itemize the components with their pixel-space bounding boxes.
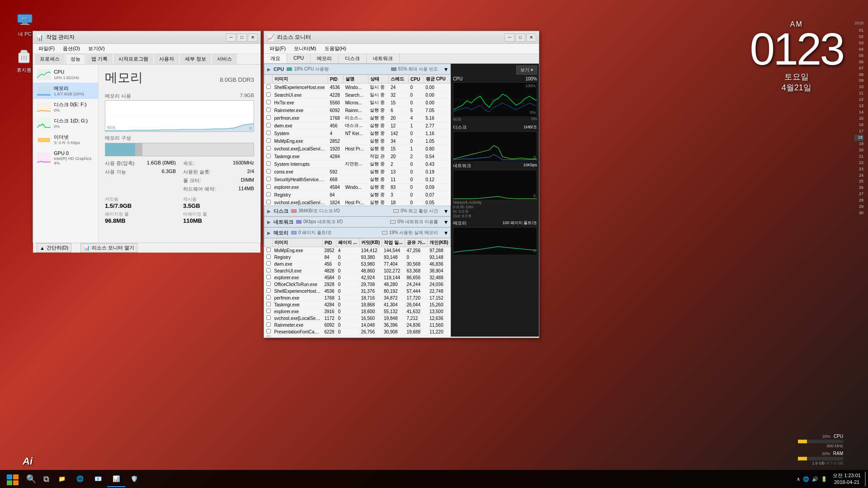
cpu-table-row[interactable]: Taskmgr.exe 4284 작업 관 20 2 0.54 xyxy=(264,153,451,160)
taskbar-taskmgr[interactable]: 📊 xyxy=(107,471,125,487)
tab-users[interactable]: 사용자 xyxy=(154,54,179,64)
network-section-header[interactable]: ▶ 네트워크 0Kbps 네트워크 I/O 0% 네트워크 이용률 ▾ xyxy=(264,216,451,227)
network-section-toggle[interactable]: ▾ xyxy=(444,218,448,225)
taskbar-explorer[interactable]: 📁 xyxy=(53,471,71,487)
maximize-btn[interactable]: □ xyxy=(237,33,247,42)
memory-section-toggle[interactable]: ▾ xyxy=(444,229,448,236)
rm-tab-cpu[interactable]: CPU xyxy=(287,54,311,63)
taskbar-browser[interactable]: 🌐 xyxy=(71,471,89,487)
mem-th-commit[interactable]: 커밋(KB) xyxy=(359,239,382,247)
mem-table-row[interactable]: perfmon.exe 1768 1 18,716 34,872 17,720 … xyxy=(264,295,451,301)
sidebar-item-ethernet[interactable]: 이더넷 S: 0 R: 0 Kbps xyxy=(33,131,98,148)
taskbar-shield[interactable]: 🛡️ xyxy=(125,471,143,487)
mem-table-row[interactable]: Rainmeter.exe 6092 0 14,048 36,396 24,83… xyxy=(264,322,451,328)
mem-row-check[interactable] xyxy=(264,281,273,288)
task-view-btn[interactable]: ⧉ xyxy=(40,470,53,488)
th-cpu[interactable]: CPU xyxy=(409,75,424,84)
row-check[interactable] xyxy=(264,114,273,122)
menu-view[interactable]: 보기(V) xyxy=(85,44,108,53)
th-desc[interactable]: 설명 xyxy=(343,75,368,84)
disk-section-header[interactable]: ▶ 디스크 384KB/조 디스크 I/O 0% 최고 활성 시간 ▾ xyxy=(264,206,451,216)
mem-table-row[interactable]: svchost.exe[LocalServiceNetwor... 1172 0… xyxy=(264,315,451,322)
disk-section-toggle[interactable]: ▾ xyxy=(444,207,448,215)
mem-th-pid[interactable]: PID xyxy=(322,239,336,247)
notif-arrow[interactable]: ∧ xyxy=(797,476,800,482)
th-image[interactable]: 이미지 xyxy=(273,75,328,84)
network-tray[interactable]: 🌐 xyxy=(803,476,809,482)
memory-section-header[interactable]: ▶ 메모리 0 페이지 폴트/조 19% 사용된 실제 메모리 ▾ xyxy=(264,227,451,238)
mem-table-row[interactable]: explorer.exe 4584 0 42,924 119,144 86,65… xyxy=(264,274,451,281)
sidebar-item-memory[interactable]: 메모리 1.6/7.9GB (20%) xyxy=(33,83,98,99)
mem-table-row[interactable]: Taskmgr.exe 4284 0 18,868 41,304 26,044 … xyxy=(264,301,451,308)
mem-row-check[interactable] xyxy=(264,247,273,254)
row-check[interactable] xyxy=(264,168,273,176)
rm-tab-memory[interactable]: 메모리 xyxy=(311,54,339,63)
tab-startup[interactable]: 시작프로그램 xyxy=(113,54,153,64)
row-check[interactable] xyxy=(264,137,273,145)
mem-row-check[interactable] xyxy=(264,335,273,337)
tab-apphistory[interactable]: 앱 기록 xyxy=(86,54,113,64)
mem-table-row[interactable]: Registry 84 0 93,380 93,148 0 93,148 xyxy=(264,254,451,261)
view-btn[interactable]: 보기 ▾ xyxy=(516,66,537,75)
rm-menu-monitor[interactable]: 모니터(M) xyxy=(290,44,320,53)
mem-row-check[interactable] xyxy=(264,295,273,301)
row-check[interactable] xyxy=(264,122,273,130)
task-manager-titlebar[interactable]: 📊 작업 관리자 ─ □ ✕ xyxy=(33,31,260,44)
cpu-section-header[interactable]: ▶ CPU 18% CPU 사용량 61% 최대 사용 빈도 ▾ xyxy=(264,64,451,75)
mem-th-private[interactable]: 개인(KB) xyxy=(428,239,451,247)
mem-row-check[interactable] xyxy=(264,254,273,261)
menu-options[interactable]: 옵션(O) xyxy=(59,44,84,53)
mem-table-row[interactable]: MsMpEng.exe 2852 4 134,412 144,544 47,25… xyxy=(264,247,451,254)
rm-minimize-btn[interactable]: ─ xyxy=(505,33,514,42)
mem-row-check[interactable] xyxy=(264,301,273,308)
search-btn[interactable]: 🔍 xyxy=(23,470,40,488)
cpu-table-row[interactable]: svchost.exe[LocalServiceNoN... 1824 Host… xyxy=(264,199,451,206)
cpu-table-row[interactable]: explorer.exe 4584 Windo... 실행 중 83 0 0.0… xyxy=(264,183,451,191)
mem-row-check[interactable] xyxy=(264,274,273,281)
mem-table-row[interactable]: SearchUI.exe 4828 0 48,860 102,272 63,36… xyxy=(264,267,451,274)
mem-row-check[interactable] xyxy=(264,308,273,315)
rm-tab-disk[interactable]: 디스크 xyxy=(339,54,367,63)
row-check[interactable] xyxy=(264,191,273,199)
row-check[interactable] xyxy=(264,130,273,137)
mem-table-row[interactable]: dwm.exe 456 0 53,980 77,404 30,568 46,83… xyxy=(264,261,451,267)
cpu-table-row[interactable]: System 4 NT Ker... 실행 중 142 0 1.16 xyxy=(264,130,451,137)
cpu-table-row[interactable]: SecurityHealthService.exe 668 실행 중 11 0 … xyxy=(264,176,451,183)
row-check[interactable] xyxy=(264,91,273,99)
taskbar-clock[interactable]: 오전 1:23:01 2018-04-21 xyxy=(829,472,864,486)
mem-table-row[interactable]: PresentationFontCache.exe 6228 0 26,756 … xyxy=(264,328,451,335)
th-status[interactable]: 상태 xyxy=(368,75,389,84)
sidebar-item-disk0[interactable]: 디스크 0(E: F:) 0% xyxy=(33,99,98,115)
cpu-table-row[interactable]: svchost.exe[LocalServiceNet... 1920 Host… xyxy=(264,145,451,153)
cpu-table-row[interactable]: Rainmeter.exe 6092 Rainm... 실행 중 6 5 7.0… xyxy=(264,107,451,114)
row-check[interactable] xyxy=(264,176,273,183)
mem-table-row[interactable]: ShellExperienceHost.exe 4536 0 31,376 80… xyxy=(264,288,451,295)
rm-maximize-btn[interactable]: □ xyxy=(515,33,525,42)
sidebar-item-gpu[interactable]: GPU 0 Intel(R) HD Graphics4% xyxy=(33,148,98,168)
cpu-table-row[interactable]: Registry 84 실행 중 3 0 0.07 xyxy=(264,191,451,199)
cpu-table-row[interactable]: ShellExperienceHost.exe 4536 Windo... 일시… xyxy=(264,84,451,91)
mem-row-check[interactable] xyxy=(264,328,273,335)
mem-th-shared[interactable]: 공유 가... xyxy=(405,239,428,247)
menu-file[interactable]: 파일(F) xyxy=(35,44,58,53)
cpu-table-row[interactable]: dwm.exe 456 데스크... 실행 중 12 1 2.77 xyxy=(264,122,451,130)
row-check[interactable] xyxy=(264,145,273,153)
row-check[interactable] xyxy=(264,183,273,191)
mem-row-check[interactable] xyxy=(264,267,273,274)
rm-tab-overview[interactable]: 개요 xyxy=(264,54,287,63)
cpu-table-row[interactable]: SearchUI.exe 4228 Search... 일시 중 32 0 0.… xyxy=(264,91,451,99)
volume-tray[interactable]: 🔊 xyxy=(812,476,818,482)
taskbar-app3[interactable]: 📧 xyxy=(89,471,107,487)
cpu-table-row[interactable]: csrss.exe 592 실행 중 13 0 0.19 xyxy=(264,168,451,176)
rm-menu-file[interactable]: 파일(F) xyxy=(266,44,289,53)
tab-process[interactable]: 프로세스 xyxy=(35,54,65,64)
row-check[interactable] xyxy=(264,160,273,168)
row-check[interactable] xyxy=(264,199,273,206)
minimize-btn[interactable]: ─ xyxy=(226,33,236,42)
sidebar-item-cpu[interactable]: CPU 16% 1.81GHz xyxy=(33,66,98,83)
tab-services[interactable]: 서비스 xyxy=(212,54,237,64)
row-check[interactable] xyxy=(264,107,273,114)
row-check[interactable] xyxy=(264,99,273,107)
monitor-btn[interactable]: 📊 리소스 모니터 열기 xyxy=(80,243,137,253)
mem-th-working[interactable]: 작업 일... xyxy=(382,239,405,247)
